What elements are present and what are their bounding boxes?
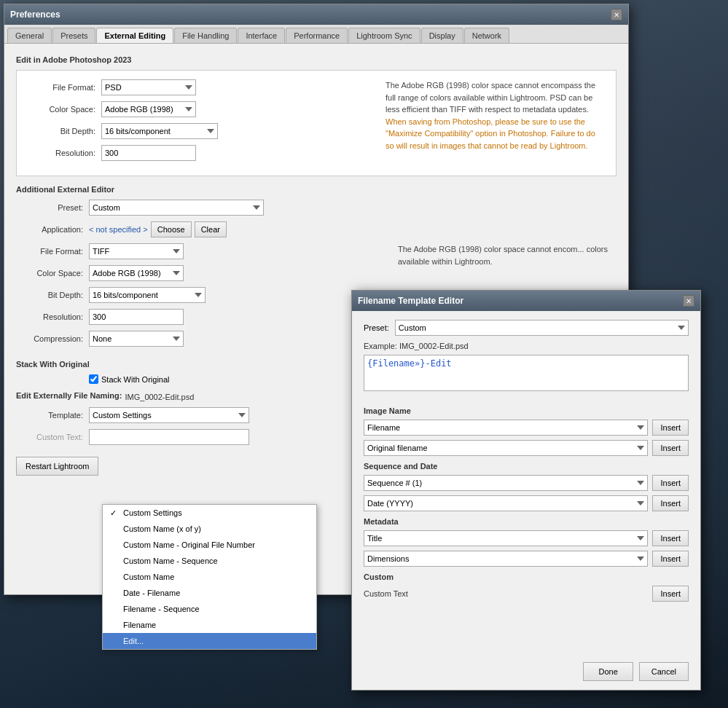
tab-lightroom-sync[interactable]: Lightroom Sync	[348, 28, 420, 43]
tab-performance[interactable]: Performance	[286, 28, 348, 43]
metadata-row1: Title Insert	[364, 530, 689, 546]
date-row: Date (YYYY) Insert	[364, 495, 689, 511]
stack-checkbox-label: Stack With Original	[101, 375, 170, 384]
bit-depth-select[interactable]: 16 bits/component	[101, 123, 218, 139]
template-textarea[interactable]	[364, 355, 689, 391]
application-row: Application: < not specified > Choose Cl…	[16, 221, 617, 237]
metadata-section-label: Metadata	[364, 517, 689, 526]
template-select[interactable]: Custom Settings	[89, 407, 249, 423]
metadata-row2: Dimensions Insert	[364, 551, 689, 567]
color-space-label: Color Space:	[28, 105, 101, 114]
original-filename-select[interactable]: Original filename	[364, 440, 648, 456]
photoshop-info: The Adobe RGB (1998) color space cannot …	[385, 79, 604, 167]
image-name-row2: Original filename Insert	[364, 440, 689, 456]
compression-select[interactable]: None	[89, 331, 184, 347]
color-space-row: Color Space: Adobe RGB (1998)	[28, 101, 374, 117]
file-format-row: File Format: PSD	[28, 79, 374, 95]
custom-text-input[interactable]	[89, 429, 249, 445]
photoshop-fields: File Format: PSD Color Space: Adobe RGB …	[28, 79, 374, 167]
editor-preset-row: Preset: Custom	[364, 320, 689, 336]
filename-insert-button[interactable]: Insert	[652, 420, 689, 436]
custom-text-field-label: Custom Text	[364, 589, 422, 598]
application-link[interactable]: < not specified >	[89, 225, 148, 234]
restart-button[interactable]: Restart Lightroom	[16, 457, 98, 476]
editor-close-icon[interactable]: ✕	[683, 295, 694, 307]
cancel-button[interactable]: Cancel	[639, 662, 689, 681]
tab-general[interactable]: General	[7, 28, 52, 43]
photoshop-section: File Format: PSD Color Space: Adobe RGB …	[16, 70, 617, 176]
editor-footer: Done Cancel	[583, 662, 689, 681]
editor-preset-select[interactable]: Custom	[395, 320, 689, 336]
color-space-select[interactable]: Adobe RGB (1998)	[101, 101, 196, 117]
tab-bar: General Presets External Editing File Ha…	[4, 25, 628, 44]
clear-button[interactable]: Clear	[195, 221, 227, 237]
sequence-select[interactable]: Sequence # (1)	[364, 475, 648, 491]
dropdown-item-date-filename[interactable]: Date - Filename	[103, 585, 316, 601]
file-format-label: File Format:	[28, 83, 101, 92]
dimensions-insert-button[interactable]: Insert	[652, 551, 689, 567]
template-label: Template:	[16, 411, 89, 420]
ext-file-format-label: File Format:	[16, 247, 89, 256]
ext-resolution-row: Resolution:	[16, 309, 386, 325]
image-name-row1: Filename Insert	[364, 420, 689, 436]
dropdown-item-custom-settings[interactable]: Custom Settings	[103, 505, 316, 521]
editor-titlebar: Filename Template Editor ✕	[352, 291, 700, 311]
tab-network[interactable]: Network	[464, 28, 509, 43]
resolution-input[interactable]	[101, 145, 196, 161]
original-filename-insert-button[interactable]: Insert	[652, 440, 689, 456]
tab-presets[interactable]: Presets	[52, 28, 95, 43]
ext-color-space-row: Color Space: Adobe RGB (1998)	[16, 265, 386, 281]
example-label: Example:	[364, 342, 397, 350]
dropdown-item-edit[interactable]: Edit...	[103, 633, 316, 649]
ext-bit-depth-select[interactable]: 16 bits/component	[89, 287, 206, 303]
dropdown-item-filename[interactable]: Filename	[103, 617, 316, 633]
ext-file-format-select[interactable]: TIFF	[89, 243, 184, 259]
example-value: IMG_0002-Edit.psd	[399, 342, 469, 350]
custom-row: Custom Text Insert	[364, 586, 689, 602]
stack-checkbox[interactable]	[89, 374, 98, 384]
dropdown-item-custom-name-xofy[interactable]: Custom Name (x of y)	[103, 521, 316, 537]
date-select[interactable]: Date (YYYY)	[364, 495, 648, 511]
sequence-row1: Sequence # (1) Insert	[364, 475, 689, 491]
resolution-label: Resolution:	[28, 149, 101, 157]
preset-row: Preset: Custom	[16, 200, 617, 216]
date-insert-button[interactable]: Insert	[652, 495, 689, 511]
dropdown-item-custom-name-seq[interactable]: Custom Name - Sequence	[103, 553, 316, 569]
image-name-section-label: Image Name	[364, 406, 689, 415]
title-insert-button[interactable]: Insert	[652, 530, 689, 546]
dimensions-select[interactable]: Dimensions	[364, 551, 648, 567]
title-select[interactable]: Title	[364, 530, 648, 546]
preferences-title: Preferences	[10, 9, 60, 20]
editor-title: Filename Template Editor	[358, 296, 463, 306]
bit-depth-label: Bit Depth:	[28, 127, 101, 135]
sequence-date-section-label: Sequence and Date	[364, 462, 689, 471]
sequence-insert-button[interactable]: Insert	[652, 475, 689, 491]
dropdown-item-filename-seq[interactable]: Filename - Sequence	[103, 601, 316, 617]
preset-select[interactable]: Custom	[89, 200, 264, 216]
ext-resolution-input[interactable]	[89, 309, 184, 325]
dropdown-item-custom-name-orig[interactable]: Custom Name - Original File Number	[103, 537, 316, 553]
tab-interface[interactable]: Interface	[238, 28, 285, 43]
template-editor-window: Filename Template Editor ✕ Preset: Custo…	[351, 290, 701, 691]
ext-color-space-label: Color Space:	[16, 269, 89, 278]
dropdown-item-custom-name[interactable]: Custom Name	[103, 569, 316, 585]
custom-insert-button[interactable]: Insert	[652, 586, 689, 602]
preferences-titlebar: Preferences ✕	[4, 4, 628, 25]
choose-button[interactable]: Choose	[151, 221, 192, 237]
template-dropdown-menu: Custom Settings Custom Name (x of y) Cus…	[102, 504, 317, 650]
done-button[interactable]: Done	[583, 662, 633, 681]
custom-section-label: Custom	[364, 573, 689, 581]
ext-color-space-select[interactable]: Adobe RGB (1998)	[89, 265, 184, 281]
preset-label: Preset:	[16, 203, 89, 212]
editor-preset-label: Preset:	[364, 323, 389, 332]
section2-label: Additional External Editor	[16, 185, 617, 194]
external-editor-fields: File Format: TIFF Color Space: Adobe RGB…	[16, 243, 386, 353]
tab-external-editing[interactable]: External Editing	[96, 28, 173, 43]
tab-display[interactable]: Display	[421, 28, 463, 43]
close-icon[interactable]: ✕	[611, 9, 622, 20]
filename-select[interactable]: Filename	[364, 420, 648, 436]
custom-text-label: Custom Text:	[16, 433, 89, 441]
application-label: Application:	[16, 225, 89, 234]
file-format-select[interactable]: PSD	[101, 79, 196, 95]
tab-file-handling[interactable]: File Handling	[174, 28, 237, 43]
